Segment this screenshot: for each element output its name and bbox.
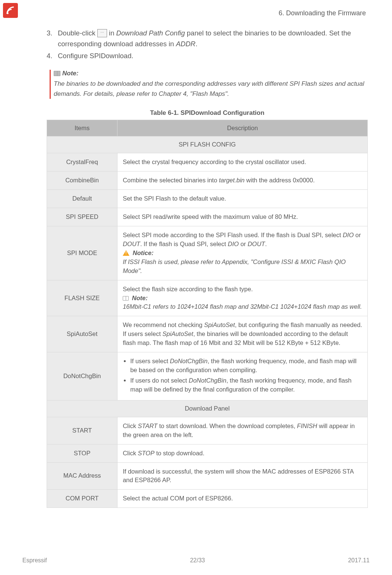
table-row: CrystalFreq Select the crystal frequency… <box>47 153 368 172</box>
item-default: Default <box>47 190 117 208</box>
table-row: SpiAutoSet We recommend not checking Spi… <box>47 316 368 352</box>
desc-donotchgbin: If users select DoNotChgBin, the flash w… <box>117 352 368 400</box>
step-3: Double-click ··· in Download Path Config… <box>47 28 368 49</box>
th-items: Items <box>47 120 117 136</box>
item-flashsize: FLASH SIZE <box>47 280 117 316</box>
table-row: DoNotChgBin If users select DoNotChgBin,… <box>47 352 368 400</box>
note-label: Note: <box>54 70 368 77</box>
table-row: MAC Address If download is successful, t… <box>47 462 368 490</box>
desc-spiautoset: We recommend not checking SpiAutoSet, bu… <box>117 316 368 352</box>
desc-combinebin: Combine the selected binaries into targe… <box>117 172 368 190</box>
config-table: Items Description SPI FLASH CONFIG Cryst… <box>47 120 368 508</box>
table-header-row: Items Description <box>47 120 368 136</box>
table-row: FLASH SIZE Select the flash size accordi… <box>47 280 368 316</box>
item-stop: STOP <box>47 444 117 462</box>
table-row: CombineBin Combine the selected binaries… <box>47 172 368 190</box>
table-row: SPI MODE Select SPI mode according to th… <box>47 226 368 280</box>
section-download-panel: Download Panel <box>47 400 368 417</box>
table-row: START Click START to start download. Whe… <box>47 417 368 444</box>
desc-crystalfreq: Select the crystal frequency according t… <box>117 153 368 172</box>
desc-default: Set the SPI Flash to the default value. <box>117 190 368 208</box>
footer-date: 2017.11 <box>348 557 370 564</box>
table-row: SPI SPEED Select SPI read/write speed wi… <box>47 208 368 226</box>
item-crystalfreq: CrystalFreq <box>47 153 117 172</box>
item-donotchgbin: DoNotChgBin <box>47 352 117 400</box>
desc-stop: Click STOP to stop download. <box>117 444 368 462</box>
th-description: Description <box>117 120 368 136</box>
desc-start: Click START to start download. When the … <box>117 417 368 444</box>
desc-spimode: Select SPI mode according to the SPI Fla… <box>117 226 368 280</box>
item-spispeed: SPI SPEED <box>47 208 117 226</box>
desc-macaddress: If download is successful, the system wi… <box>117 462 368 490</box>
item-macaddress: MAC Address <box>47 462 117 490</box>
table-row: COM PORT Select the actual COM port of E… <box>47 490 368 508</box>
footer-page: 22/33 <box>190 557 205 564</box>
espressif-icon <box>5 5 16 16</box>
table-row: STOP Click STOP to stop download. <box>47 444 368 462</box>
desc-flashsize: Select the flash size according to the f… <box>117 280 368 316</box>
item-spiautoset: SpiAutoSet <box>47 316 117 352</box>
table-caption: Table 6-1. SPIDownload Configuration <box>47 109 368 117</box>
desc-comport: Select the actual COM port of ESP8266. <box>117 490 368 508</box>
note-callout: Note: The binaries to be downloaded and … <box>50 70 368 99</box>
step-4: Configure SPIDownload. <box>47 51 368 62</box>
brand-logo <box>3 3 18 18</box>
warning-icon <box>123 250 129 256</box>
desc-spispeed: Select SPI read/write speed with the max… <box>117 208 368 226</box>
note-icon <box>123 296 129 301</box>
chapter-title: 6. Downloading the Firmware <box>279 9 366 17</box>
page-footer: Espressif 22/33 2017.11 <box>22 557 370 564</box>
item-spimode: SPI MODE <box>47 226 117 280</box>
item-combinebin: CombineBin <box>47 172 117 190</box>
table-row: Default Set the SPI Flash to the default… <box>47 190 368 208</box>
browse-icon: ··· <box>97 29 107 37</box>
section-spi-flash: SPI FLASH CONFIG <box>47 136 368 153</box>
item-start: START <box>47 417 117 444</box>
step-list: Double-click ··· in Download Path Config… <box>47 28 368 62</box>
svg-point-0 <box>7 12 9 14</box>
note-icon <box>54 71 60 76</box>
item-comport: COM PORT <box>47 490 117 508</box>
footer-brand: Espressif <box>22 557 47 564</box>
note-text: The binaries to be downloaded and the co… <box>54 79 368 99</box>
